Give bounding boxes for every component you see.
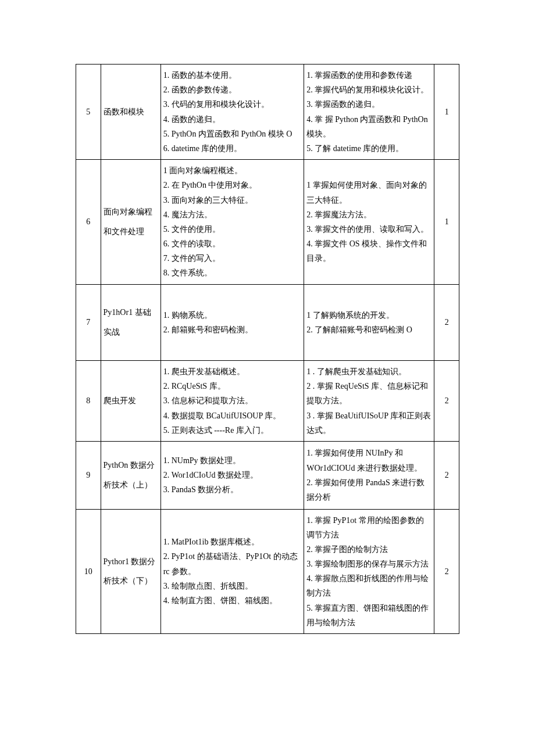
table-row: 5 函数和模块 1. 函数的基本使用。 2. 函数的参数传递。 3. 代码的复用…: [76, 65, 459, 160]
cell-content: 1. 购物系统。 2. 邮箱账号和密码检测。: [160, 284, 304, 360]
cell-title: PythOn 数据分析技术（上）: [101, 441, 160, 509]
table-row: 9 PythOn 数据分析技术（上） 1. NUmPy 数据处理。 2. Wor…: [76, 441, 459, 509]
cell-goals: 1 . 了解爬虫开发基础知识。 2 . 掌握 ReqUeStS 库、信息标记和提…: [304, 361, 434, 442]
table-row: 7 Py1hOr1 基础实战 1. 购物系统。 2. 邮箱账号和密码检测。 1 …: [76, 284, 459, 360]
table-row: 10 Pythor1 数据分析技术（下） 1. MatPIot1ib 数据库概述…: [76, 509, 459, 634]
cell-last: 2: [434, 509, 459, 634]
cell-last: 1: [434, 160, 459, 285]
cell-goals: 1 了解购物系统的开发。 2. 了解邮箱账号和密码检测 O: [304, 284, 434, 360]
cell-title: Py1hOr1 基础实战: [101, 284, 160, 360]
cell-goals: 1. 掌握如何使用 NUInPy 和 WOr1dCIOUd 来进行数据处理。 2…: [304, 441, 434, 509]
table-row: 8 爬虫开发 1. 爬虫开发基础概述。 2. RCqUeStS 库。 3. 信息…: [76, 361, 459, 442]
cell-last: 2: [434, 441, 459, 509]
cell-num: 5: [76, 65, 101, 160]
cell-content: 1. NUmPy 数据处理。 2. Wor1dCIoUd 数据处理。 3. Pa…: [160, 441, 304, 509]
cell-content: 1. MatPIot1ib 数据库概述。 2. PyP1ot 的基础语法、PyP…: [160, 509, 304, 634]
cell-goals: 1. 掌握 PyP1ot 常用的绘图参数的调节方法 2. 掌握子图的绘制方法 3…: [304, 509, 434, 634]
cell-title: 函数和模块: [101, 65, 160, 160]
cell-num: 6: [76, 160, 101, 285]
cell-content: 1 面向对象编程概述。 2. 在 PythOn 中使用对象。 3. 面向对象的三…: [160, 160, 304, 285]
cell-content: 1. 爬虫开发基础概述。 2. RCqUeStS 库。 3. 信息标记和提取方法…: [160, 361, 304, 442]
cell-title: Pythor1 数据分析技术（下）: [101, 509, 160, 634]
cell-last: 2: [434, 284, 459, 360]
cell-title: 爬虫开发: [101, 361, 160, 442]
cell-num: 7: [76, 284, 101, 360]
cell-last: 2: [434, 361, 459, 442]
cell-goals: 1 掌握如何使用对象、面向对象的三大特征。 2. 掌握魔法方法。 3. 掌握文件…: [304, 160, 434, 285]
syllabus-table: 5 函数和模块 1. 函数的基本使用。 2. 函数的参数传递。 3. 代码的复用…: [76, 64, 459, 634]
cell-num: 10: [76, 509, 101, 634]
table-body: 5 函数和模块 1. 函数的基本使用。 2. 函数的参数传递。 3. 代码的复用…: [76, 65, 459, 634]
table-row: 6 面向对象编程和文件处理 1 面向对象编程概述。 2. 在 PythOn 中使…: [76, 160, 459, 285]
cell-content: 1. 函数的基本使用。 2. 函数的参数传递。 3. 代码的复用和模块化设计。 …: [160, 65, 304, 160]
cell-title: 面向对象编程和文件处理: [101, 160, 160, 285]
cell-num: 9: [76, 441, 101, 509]
cell-goals: 1. 掌握函数的使用和参数传递 2. 掌握代码的复用和模块化设计。 3. 掌握函…: [304, 65, 434, 160]
cell-num: 8: [76, 361, 101, 442]
cell-last: 1: [434, 65, 459, 160]
